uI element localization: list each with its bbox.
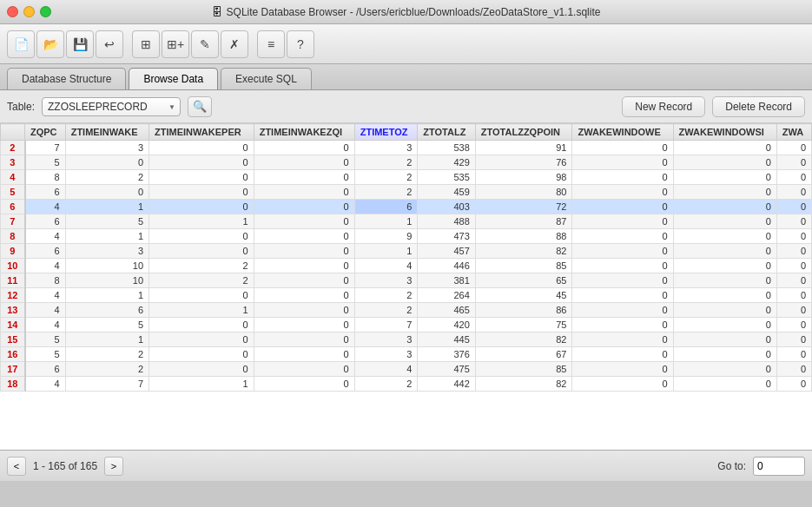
cell-zwakewindowe[interactable]: 0 — [572, 333, 673, 347]
cell-ztotalzzqpoin[interactable]: 91 — [475, 141, 572, 155]
cell-zqpc[interactable]: 4 — [25, 318, 66, 333]
cell-ztimeinwake[interactable]: 1 — [65, 200, 149, 214]
cell-ztimeinwakezo[interactable]: 0 — [254, 288, 354, 303]
cell-zwa[interactable]: 0 — [776, 318, 811, 333]
cell-zwakewindowe[interactable]: 0 — [572, 347, 673, 362]
cell-zwakewindows[interactable]: 0 — [673, 214, 776, 229]
cell-zqpc[interactable]: 8 — [25, 273, 66, 288]
cell-ztimeinwakezo[interactable]: 0 — [254, 155, 354, 170]
cell-ztotalzzqpoin[interactable]: 72 — [475, 200, 572, 214]
cell-zwakewindowe[interactable]: 0 — [572, 303, 673, 318]
cell-ztimeinwakezo[interactable]: 0 — [254, 333, 354, 347]
cell-ztotalzzqpoin[interactable]: 76 — [475, 155, 572, 170]
cell-zwakewindowe[interactable]: 0 — [572, 318, 673, 333]
cell-ztotalzzqpoin[interactable]: 98 — [475, 170, 572, 185]
table-row[interactable]: 1041020444685000 — [1, 259, 812, 273]
close-button[interactable] — [7, 6, 18, 17]
cell-ztimeinwakeper[interactable]: 1 — [149, 377, 254, 392]
table-row[interactable]: 184710244282000 — [1, 377, 812, 392]
cell-ztotalz[interactable]: 473 — [418, 229, 476, 244]
cell-ztotalzzqpoin[interactable]: 65 — [475, 273, 572, 288]
table-row[interactable]: 84100947388000 — [1, 229, 812, 244]
table-row[interactable]: 144500742075000 — [1, 318, 812, 333]
cell-ztotalz[interactable]: 459 — [418, 185, 476, 200]
cell-ztimeinwake[interactable]: 10 — [65, 273, 149, 288]
cell-zqpc[interactable]: 6 — [25, 185, 66, 200]
cell-zwakewindowe[interactable]: 0 — [572, 141, 673, 155]
cell-zwakewindows[interactable]: 0 — [673, 273, 776, 288]
cell-ztimeinwake[interactable]: 3 — [65, 141, 149, 155]
cell-ztotalzzqpoin[interactable]: 80 — [475, 185, 572, 200]
table-row[interactable]: 48200253598000 — [1, 170, 812, 185]
cell-ztimetoz[interactable]: 1 — [354, 214, 418, 229]
cell-zwakewindows[interactable]: 0 — [673, 259, 776, 273]
cell-ztimeinwakeper[interactable]: 2 — [149, 259, 254, 273]
cell-zqpc[interactable]: 6 — [25, 214, 66, 229]
cell-zwa[interactable]: 0 — [776, 259, 811, 273]
cell-ztimetoz[interactable]: 4 — [354, 259, 418, 273]
table-row[interactable]: 64100640372000 — [1, 200, 812, 214]
cell-ztotalz[interactable]: 264 — [418, 288, 476, 303]
cell-ztimeinwakeper[interactable]: 0 — [149, 347, 254, 362]
cell-zwa[interactable]: 0 — [776, 170, 811, 185]
table-row[interactable]: 176200447585000 — [1, 362, 812, 377]
cell-ztimeinwakeper[interactable]: 1 — [149, 303, 254, 318]
cell-ztimeinwake[interactable]: 0 — [65, 185, 149, 200]
cell-ztimeinwakezo[interactable]: 0 — [254, 377, 354, 392]
table-button[interactable]: ⊞ — [132, 30, 160, 58]
cell-ztimetoz[interactable]: 2 — [354, 185, 418, 200]
cell-ztotalzzqpoin[interactable]: 82 — [475, 333, 572, 347]
cell-zwakewindowe[interactable]: 0 — [572, 185, 673, 200]
cell-ztimeinwakezo[interactable]: 0 — [254, 244, 354, 259]
cell-ztimeinwake[interactable]: 1 — [65, 288, 149, 303]
cell-ztotalzzqpoin[interactable]: 85 — [475, 362, 572, 377]
cell-zwakewindows[interactable]: 0 — [673, 200, 776, 214]
cell-ztimeinwakeper[interactable]: 0 — [149, 141, 254, 155]
cell-ztimeinwake[interactable]: 0 — [65, 155, 149, 170]
cell-zwakewindows[interactable]: 0 — [673, 155, 776, 170]
table-row[interactable]: 35000242976000 — [1, 155, 812, 170]
cell-ztotalzzqpoin[interactable]: 87 — [475, 214, 572, 229]
cell-ztimetoz[interactable]: 2 — [354, 155, 418, 170]
open-file-button[interactable]: 📂 — [36, 30, 64, 58]
cell-ztimeinwake[interactable]: 10 — [65, 259, 149, 273]
cell-zwa[interactable]: 0 — [776, 185, 811, 200]
cell-ztimeinwakezo[interactable]: 0 — [254, 141, 354, 155]
cell-ztimetoz[interactable]: 3 — [354, 347, 418, 362]
cell-ztimeinwakeper[interactable]: 0 — [149, 200, 254, 214]
tab-browse-data[interactable]: Browse Data — [129, 68, 218, 89]
cell-ztimetoz[interactable]: 9 — [354, 229, 418, 244]
next-button[interactable]: > — [104, 457, 123, 476]
cell-zwa[interactable]: 0 — [776, 229, 811, 244]
cell-ztotalz[interactable]: 538 — [418, 141, 476, 155]
cell-zwakewindows[interactable]: 0 — [673, 333, 776, 347]
cell-ztotalz[interactable]: 475 — [418, 362, 476, 377]
cell-ztimeinwakezo[interactable]: 0 — [254, 318, 354, 333]
cell-zqpc[interactable]: 4 — [25, 200, 66, 214]
cell-ztotalz[interactable]: 429 — [418, 155, 476, 170]
cell-zwa[interactable]: 0 — [776, 155, 811, 170]
cell-zwakewindowe[interactable]: 0 — [572, 214, 673, 229]
cell-zwa[interactable]: 0 — [776, 273, 811, 288]
table-row[interactable]: 96300145782000 — [1, 244, 812, 259]
minimize-button[interactable] — [23, 6, 35, 17]
cell-ztimeinwakeper[interactable]: 1 — [149, 214, 254, 229]
cell-ztotalz[interactable]: 445 — [418, 333, 476, 347]
cell-ztotalzzqpoin[interactable]: 45 — [475, 288, 572, 303]
cell-ztimeinwakezo[interactable]: 0 — [254, 185, 354, 200]
table-row[interactable]: 1181020338165000 — [1, 273, 812, 288]
cell-ztimeinwake[interactable]: 1 — [65, 229, 149, 244]
cell-zwa[interactable]: 0 — [776, 377, 811, 392]
cell-zwakewindowe[interactable]: 0 — [572, 362, 673, 377]
cell-zwakewindowe[interactable]: 0 — [572, 259, 673, 273]
cell-zwakewindows[interactable]: 0 — [673, 318, 776, 333]
help-button[interactable]: ? — [287, 30, 314, 58]
cell-ztotalzzqpoin[interactable]: 86 — [475, 303, 572, 318]
table-row[interactable]: 27300353891000 — [1, 141, 812, 155]
cell-zqpc[interactable]: 5 — [25, 333, 66, 347]
cell-zwa[interactable]: 0 — [776, 141, 811, 155]
cell-ztimetoz[interactable]: 2 — [354, 288, 418, 303]
cell-zqpc[interactable]: 4 — [25, 229, 66, 244]
cell-zwa[interactable]: 0 — [776, 200, 811, 214]
cell-ztimetoz[interactable]: 2 — [354, 170, 418, 185]
